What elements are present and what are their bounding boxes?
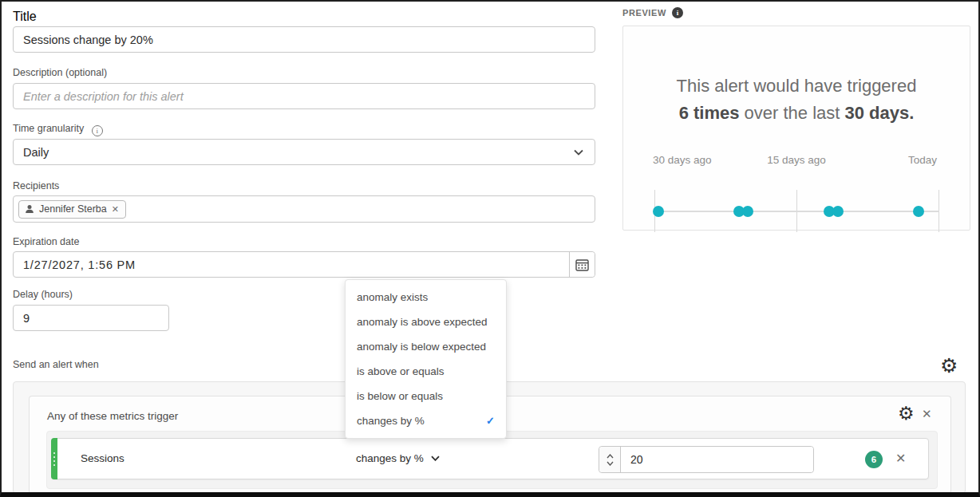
calendar-icon [575,258,589,271]
threshold-stepper [599,446,814,473]
metric-name: Sessions [81,452,124,464]
preview-info-icon[interactable]: i [672,7,683,18]
drag-handle[interactable] [51,438,57,479]
remove-recipient-icon[interactable]: ✕ [112,204,119,215]
metric-group-label: Any of these metrics trigger [47,410,178,422]
recipients-input[interactable]: Jennifer Sterba ✕ [13,195,595,223]
trigger-dot [832,206,844,217]
preview-panel: This alert would have triggered 6 times … [622,26,970,231]
recipients-label: Recipients [13,180,59,191]
condition-value: changes by % [356,452,424,464]
title-label: Title [13,10,37,24]
delay-input[interactable] [13,305,169,331]
timeline-axis [654,211,939,212]
person-icon [25,204,34,214]
group-gear-icon[interactable]: ⚙ [898,404,915,423]
stepper-down-icon [607,461,614,466]
expiration-date-field [13,251,595,278]
chevron-down-icon [574,149,583,156]
expiration-date-input[interactable] [13,251,595,278]
preview-headline: This alert would have triggered 6 times … [623,73,970,127]
condition-dropdown-trigger[interactable]: changes by % [356,452,441,464]
time-granularity-value: Daily [23,146,49,159]
menu-item-anomaly-below[interactable]: anomaly is below expected [346,334,506,359]
stepper-up-icon [607,454,614,459]
chevron-down-icon [431,456,441,462]
info-icon[interactable]: i [92,125,103,136]
trigger-count-text: 6 times [679,103,740,123]
menu-item-below-or-equals[interactable]: is below or equals [346,384,506,408]
delay-label: Delay (hours) [13,289,73,300]
trigger-count-badge: 6 [865,451,883,468]
menu-item-anomaly-exists[interactable]: anomaly exists [346,285,506,310]
trigger-dot [653,206,664,217]
title-input[interactable] [13,26,595,53]
menu-item-changes-by-pct[interactable]: changes by % ✓ [346,408,506,433]
check-icon: ✓ [486,415,495,427]
description-input[interactable] [13,83,595,109]
group-close-icon[interactable]: ✕ [922,408,932,420]
period-text: 30 days. [845,103,915,123]
preview-label: PREVIEW [622,8,666,18]
time-granularity-label: Time granularity i [13,123,103,136]
alert-builder-window: Title Description (optional) Time granul… [0,0,980,497]
calendar-button[interactable] [569,252,595,277]
remove-rule-icon[interactable]: ✕ [895,452,906,465]
send-alert-when-label: Send an alert when [13,359,99,370]
trigger-dot [913,206,924,217]
description-label: Description (optional) [13,67,107,78]
time-granularity-select[interactable]: Daily [13,139,595,165]
stepper-arrows[interactable] [599,447,621,472]
menu-item-anomaly-above[interactable]: anomaly is above expected [346,310,506,334]
menu-item-above-or-equals[interactable]: is above or equals [346,359,506,384]
condition-dropdown-menu: anomaly exists anomaly is above expected… [345,279,507,439]
recipient-tag-name: Jennifer Sterba [39,203,107,215]
metric-rule-row: Sessions changes by % 6 ✕ [51,438,929,479]
recipient-tag[interactable]: Jennifer Sterba ✕ [18,200,126,219]
threshold-input[interactable] [621,447,813,472]
timeline-label-end: Today [908,154,937,166]
trigger-dot [742,206,753,217]
section-gear-icon[interactable]: ⚙ [940,356,958,376]
expiration-date-label: Expiration date [13,236,79,247]
